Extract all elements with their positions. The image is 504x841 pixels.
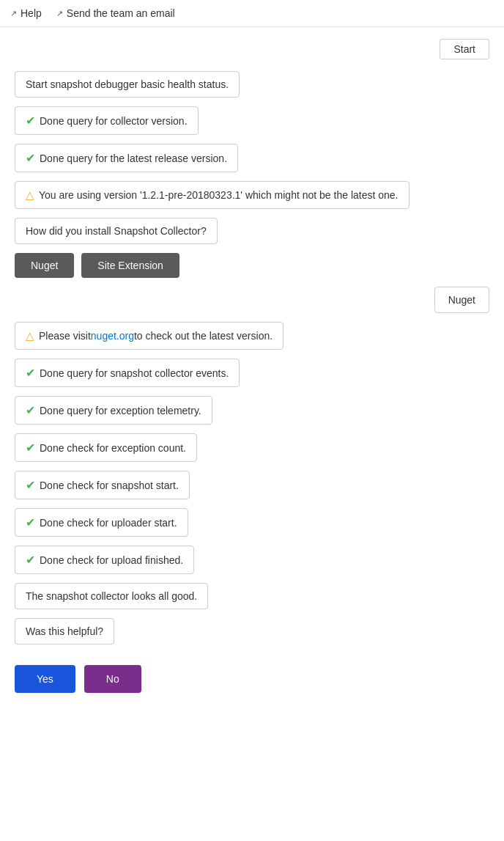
warning-icon-2: △ bbox=[26, 329, 34, 342]
success-icon-4: ✔ bbox=[26, 403, 35, 417]
done-exception-telemetry-row: ✔ Done query for exception telemetry. bbox=[15, 396, 489, 425]
warning-icon-1: △ bbox=[26, 188, 34, 202]
how-install-box: How did you install Snapshot Collector? bbox=[15, 218, 218, 244]
version-warning-row: △ You are using version '1.2.1-pre-20180… bbox=[15, 181, 489, 209]
done-snapshot-events-box: ✔ Done query for snapshot collector even… bbox=[15, 359, 240, 387]
done-latest-release-text: Done query for the latest release versio… bbox=[40, 153, 227, 164]
success-icon-5: ✔ bbox=[26, 441, 35, 455]
yes-button[interactable]: Yes bbox=[15, 665, 75, 693]
help-link[interactable]: ↗ Help bbox=[10, 7, 42, 19]
visit-nuget-box: △ Please visit nuget.org to check out th… bbox=[15, 322, 284, 350]
done-collector-version-text: Done query for collector version. bbox=[40, 115, 188, 127]
how-install-row: How did you install Snapshot Collector? bbox=[15, 218, 489, 244]
feedback-buttons-row: Yes No bbox=[15, 665, 489, 693]
send-email-link[interactable]: ↗ Send the team an email bbox=[56, 7, 175, 19]
send-email-label: Send the team an email bbox=[67, 7, 175, 19]
visit-nuget-row: △ Please visit nuget.org to check out th… bbox=[15, 322, 489, 350]
was-helpful-box: Was this helpful? bbox=[15, 618, 114, 644]
site-extension-button[interactable]: Site Extension bbox=[81, 253, 179, 278]
start-snapshot-row: Start snapshot debugger basic health sta… bbox=[15, 71, 489, 98]
no-button[interactable]: No bbox=[84, 665, 141, 693]
done-snapshot-start-box: ✔ Done check for snapshot start. bbox=[15, 471, 190, 499]
conclusion-row: The snapshot collector looks all good. bbox=[15, 583, 489, 609]
nuget-response-box: Nuget bbox=[434, 287, 489, 313]
done-snapshot-start-row: ✔ Done check for snapshot start. bbox=[15, 471, 489, 499]
start-snapshot-box: Start snapshot debugger basic health sta… bbox=[15, 71, 240, 98]
conclusion-box: The snapshot collector looks all good. bbox=[15, 583, 208, 609]
done-exception-telemetry-box: ✔ Done query for exception telemetry. bbox=[15, 396, 212, 425]
done-collector-version-box: ✔ Done query for collector version. bbox=[15, 106, 199, 135]
version-warning-text: You are using version '1.2.1-pre-2018032… bbox=[39, 189, 399, 201]
done-upload-finished-box: ✔ Done check for upload finished. bbox=[15, 546, 194, 574]
done-exception-count-row: ✔ Done check for exception count. bbox=[15, 433, 489, 462]
done-latest-release-row: ✔ Done query for the latest release vers… bbox=[15, 144, 489, 172]
nuget-button[interactable]: Nuget bbox=[15, 253, 74, 278]
done-exception-telemetry-text: Done query for exception telemetry. bbox=[40, 405, 201, 416]
top-bar: ↗ Help ↗ Send the team an email bbox=[0, 0, 504, 27]
done-latest-release-box: ✔ Done query for the latest release vers… bbox=[15, 144, 238, 172]
start-button-row: Start bbox=[15, 39, 489, 59]
success-icon-6: ✔ bbox=[26, 478, 35, 492]
done-collector-version-row: ✔ Done query for collector version. bbox=[15, 106, 489, 135]
success-icon-1: ✔ bbox=[26, 114, 35, 128]
visit-nuget-suffix: to check out the latest version. bbox=[134, 330, 273, 342]
nuget-response-row: Nuget bbox=[15, 287, 489, 313]
success-icon-3: ✔ bbox=[26, 366, 35, 380]
done-upload-finished-text: Done check for upload finished. bbox=[40, 554, 183, 566]
done-uploader-start-row: ✔ Done check for uploader start. bbox=[15, 508, 489, 537]
done-snapshot-events-row: ✔ Done query for snapshot collector even… bbox=[15, 359, 489, 387]
was-helpful-row: Was this helpful? bbox=[15, 618, 489, 653]
done-exception-count-text: Done check for exception count. bbox=[40, 442, 186, 454]
done-snapshot-events-text: Done query for snapshot collector events… bbox=[40, 367, 229, 379]
visit-nuget-prefix: Please visit bbox=[39, 330, 91, 342]
done-uploader-start-box: ✔ Done check for uploader start. bbox=[15, 508, 188, 537]
done-snapshot-start-text: Done check for snapshot start. bbox=[40, 480, 179, 491]
help-label: Help bbox=[21, 7, 42, 19]
done-uploader-start-text: Done check for uploader start. bbox=[40, 517, 177, 529]
success-icon-8: ✔ bbox=[26, 553, 35, 567]
success-icon-7: ✔ bbox=[26, 515, 35, 529]
done-exception-count-box: ✔ Done check for exception count. bbox=[15, 433, 197, 462]
install-buttons-row: Nuget Site Extension bbox=[15, 253, 489, 278]
external-link-icon: ↗ bbox=[10, 9, 17, 18]
start-button[interactable]: Start bbox=[440, 39, 489, 59]
main-content: Start Start snapshot debugger basic heal… bbox=[0, 27, 504, 705]
version-warning-box: △ You are using version '1.2.1-pre-20180… bbox=[15, 181, 410, 209]
external-link-icon-2: ↗ bbox=[56, 9, 63, 18]
done-upload-finished-row: ✔ Done check for upload finished. bbox=[15, 546, 489, 574]
nuget-link[interactable]: nuget.org bbox=[91, 330, 134, 342]
success-icon-2: ✔ bbox=[26, 151, 35, 165]
